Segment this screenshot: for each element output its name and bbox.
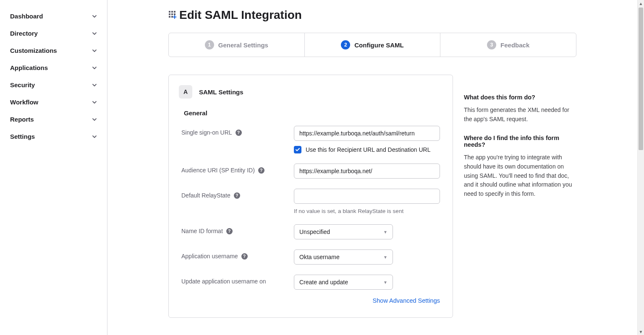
svg-rect-4 — [171, 13, 173, 15]
show-advanced-link[interactable]: Show Advanced Settings — [373, 297, 440, 304]
sidebar-item-security[interactable]: Security — [0, 76, 107, 93]
sidebar-item-label: Applications — [10, 64, 48, 71]
chevron-down-icon — [92, 14, 97, 19]
sidebar-item-reports[interactable]: Reports — [0, 111, 107, 128]
field-name-id-format: Unspecified ▼ — [294, 224, 440, 239]
scroll-down-arrow-icon[interactable]: ▼ — [638, 328, 644, 335]
row-audience-uri: Audience URI (SP Entity ID) ? — [181, 164, 440, 179]
app-username-select[interactable]: Okta username ▼ — [294, 249, 393, 265]
chevron-down-icon — [92, 48, 97, 53]
chevron-down-icon — [92, 83, 97, 88]
step-number: 3 — [487, 40, 496, 49]
help-icon[interactable]: ? — [241, 253, 248, 260]
help-icon[interactable]: ? — [236, 130, 242, 136]
step-label: Feedback — [500, 42, 529, 49]
select-value: Okta username — [299, 254, 340, 260]
sidebar-item-workflow[interactable]: Workflow — [0, 93, 107, 111]
sidebar-item-directory[interactable]: Directory — [0, 25, 107, 42]
field-relay-state: If no value is set, a blank RelayState i… — [294, 189, 440, 214]
field-sso-url: Use this for Recipient URL and Destinati… — [294, 126, 440, 153]
step-number: 2 — [341, 40, 350, 49]
label-relay-state: Default RelayState ? — [181, 189, 294, 199]
chevron-down-icon — [92, 31, 97, 36]
row-update-on: Update application username on Create an… — [181, 275, 440, 290]
select-value: Unspecified — [299, 229, 330, 235]
sidebar-item-dashboard[interactable]: Dashboard — [0, 8, 107, 25]
app-root: Dashboard Directory Customizations Appli… — [0, 0, 644, 335]
scroll-thumb[interactable] — [639, 8, 643, 150]
card-header: A SAML Settings — [179, 85, 442, 99]
label-text: Application username — [181, 253, 238, 260]
sidebar-item-applications[interactable]: Applications — [0, 59, 107, 76]
vertical-scrollbar[interactable]: ▲ ▼ — [637, 0, 644, 335]
svg-rect-6 — [169, 16, 170, 18]
row-sso-url: Single sign-on URL ? Use this for Recipi… — [181, 126, 440, 153]
sso-url-input[interactable] — [294, 126, 440, 141]
step-general-settings[interactable]: 1 General Settings — [169, 33, 305, 57]
sidebar-item-settings[interactable]: Settings — [0, 128, 107, 145]
field-app-username: Okta username ▼ — [294, 249, 440, 265]
dropdown-caret-icon: ▼ — [383, 280, 387, 285]
sidebar-item-label: Security — [10, 81, 35, 88]
dropdown-caret-icon: ▼ — [383, 230, 387, 234]
label-text: Update application username on — [181, 278, 266, 285]
svg-rect-3 — [169, 13, 170, 15]
sidebar-item-label: Settings — [10, 133, 35, 140]
sidebar-item-label: Customizations — [10, 47, 57, 54]
section-badge: A — [179, 85, 192, 99]
chevron-down-icon — [92, 117, 97, 122]
field-update-on: Create and update ▼ — [294, 275, 440, 290]
chevron-down-icon — [92, 100, 97, 105]
label-sso-url: Single sign-on URL ? — [181, 126, 294, 136]
audience-uri-input[interactable] — [294, 164, 440, 179]
label-text: Name ID format — [181, 228, 223, 234]
name-id-format-select[interactable]: Unspecified ▼ — [294, 224, 393, 239]
help-icon[interactable]: ? — [258, 167, 264, 174]
content-wrap: Edit SAML Integration 1 General Settings… — [162, 8, 582, 318]
help-aside: What does this form do? This form genera… — [464, 75, 576, 210]
help-icon[interactable]: ? — [234, 192, 240, 199]
saml-settings-card: A SAML Settings General Single sign-on U… — [168, 75, 453, 318]
sidebar-item-label: Workflow — [10, 99, 38, 106]
form-body: General Single sign-on URL ? — [179, 109, 442, 304]
label-text: Audience URI (SP Entity ID) — [181, 167, 255, 174]
row-name-id-format: Name ID format ? Unspecified ▼ — [181, 224, 440, 239]
two-column-layout: A SAML Settings General Single sign-on U… — [168, 75, 576, 318]
sidebar-item-label: Directory — [10, 30, 38, 37]
row-app-username: Application username ? Okta username ▼ — [181, 249, 440, 265]
svg-rect-2 — [174, 11, 175, 13]
sidebar-item-label: Dashboard — [10, 13, 43, 20]
help-body-what: This form generates the XML needed for t… — [464, 106, 576, 124]
label-text: Default RelayState — [181, 192, 230, 199]
label-name-id-format: Name ID format ? — [181, 224, 294, 234]
relay-state-input[interactable] — [294, 189, 440, 204]
help-body-where: The app you're trying to integrate with … — [464, 153, 576, 198]
row-relay-state: Default RelayState ? If no value is set,… — [181, 189, 440, 214]
help-icon[interactable]: ? — [226, 228, 233, 234]
page-title: Edit SAML Integration — [179, 8, 302, 22]
label-text: Single sign-on URL — [181, 129, 232, 136]
label-update-on: Update application username on — [181, 275, 294, 285]
svg-rect-7 — [171, 16, 173, 18]
advanced-link-row: Show Advanced Settings — [181, 297, 440, 304]
scroll-up-arrow-icon[interactable]: ▲ — [638, 0, 644, 7]
label-audience-uri: Audience URI (SP Entity ID) ? — [181, 164, 294, 174]
sidebar: Dashboard Directory Customizations Appli… — [0, 0, 107, 335]
svg-rect-1 — [171, 11, 173, 13]
help-heading-what: What does this form do? — [464, 94, 576, 101]
update-on-select[interactable]: Create and update ▼ — [294, 275, 393, 290]
card-title: SAML Settings — [199, 88, 243, 96]
page-title-row: Edit SAML Integration — [168, 8, 576, 22]
step-configure-saml[interactable]: 2 Configure SAML — [305, 33, 441, 57]
step-label: Configure SAML — [354, 42, 404, 49]
svg-rect-0 — [169, 11, 170, 13]
field-audience-uri — [294, 164, 440, 179]
chevron-down-icon — [92, 134, 97, 139]
help-heading-where: Where do I find the info this form needs… — [464, 135, 576, 148]
use-recipient-checkbox[interactable] — [294, 146, 301, 153]
sidebar-item-customizations[interactable]: Customizations — [0, 42, 107, 59]
use-recipient-label: Use this for Recipient URL and Destinati… — [306, 146, 431, 153]
section-title: General — [184, 109, 440, 117]
step-feedback[interactable]: 3 Feedback — [440, 33, 576, 57]
sidebar-item-label: Reports — [10, 116, 34, 123]
